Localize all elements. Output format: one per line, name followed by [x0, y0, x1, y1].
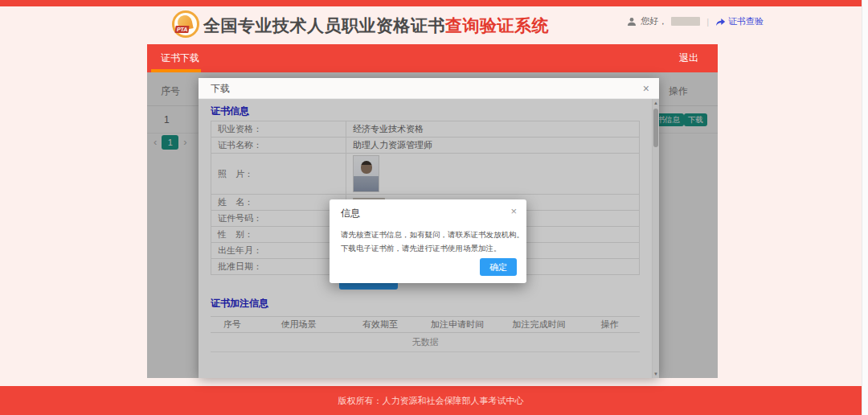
tab-cert-download[interactable]: 证书下载 [161, 44, 199, 72]
info-modal-message: 请先核查证书信息，如有疑问，请联系证书发放机构。 下载电子证书前，请先进行证书使… [341, 228, 524, 255]
info-modal-close-icon[interactable]: × [510, 205, 517, 217]
redacted-username [671, 17, 700, 26]
top-accent-bar [0, 0, 862, 6]
footer: 版权所有：人力资源和社会保障部人事考试中心 [0, 386, 862, 415]
cert-verify-label: 证书查验 [728, 15, 764, 27]
download-modal-titlebar: 下载 × [199, 78, 659, 99]
page-title: 全国专业技术人员职业资格证书查询验证系统 [203, 14, 549, 37]
header-separator: | [706, 17, 709, 27]
pta-logo: PTA [172, 10, 199, 38]
user-icon [627, 17, 637, 27]
info-modal: 信息 × 请先核查证书信息，如有疑问，请联系证书发放机构。 下载电子证书前，请先… [330, 199, 526, 283]
greeting-text: 您好， [641, 15, 667, 27]
header-user-area: 您好， | 证书查验 [627, 15, 764, 27]
download-modal-title: 下载 [211, 78, 230, 99]
copyright-text: 版权所有：人力资源和社会保障部人事考试中心 [338, 396, 524, 405]
ok-button[interactable]: 确定 [480, 258, 517, 276]
cert-verify-link[interactable]: 证书查验 [715, 15, 764, 27]
share-arrow-icon [715, 17, 726, 27]
logout-button[interactable]: 退出 [679, 44, 698, 72]
browser-scrollbar[interactable] [862, 0, 868, 415]
page-title-accent: 查询验证系统 [445, 16, 549, 35]
message-line-1: 请先核查证书信息，如有疑问，请联系证书发放机构。 [341, 228, 524, 241]
page-title-main: 全国专业技术人员职业资格证书 [203, 16, 445, 35]
logo-text: PTA [174, 26, 190, 33]
message-line-2: 下载电子证书前，请先进行证书使用场景加注。 [341, 241, 524, 255]
info-modal-title: 信息 [341, 207, 360, 220]
main-nav: 证书下载 退出 [147, 44, 718, 72]
download-modal-close-icon[interactable]: × [643, 78, 649, 99]
